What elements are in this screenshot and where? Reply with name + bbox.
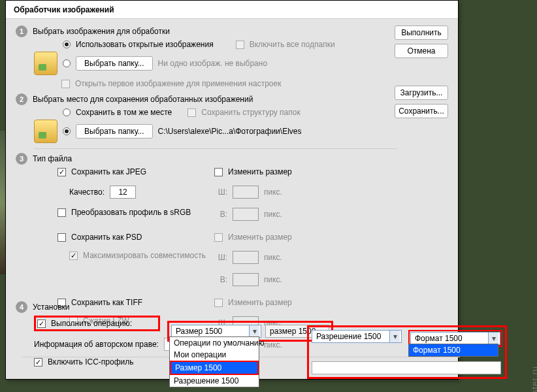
chk-subfolders	[236, 41, 244, 49]
dd-item-default[interactable]: Операции по умолчанию	[170, 337, 259, 349]
ext-dropdown-2[interactable]: Формат 1500▾	[410, 332, 500, 345]
chk-maxcompat	[69, 252, 78, 260]
jpeg-label: Сохранить как JPEG	[71, 167, 146, 176]
run-button[interactable]: Выполнить	[395, 25, 448, 40]
chk-jpeg[interactable]	[57, 168, 66, 176]
use-open-label: Использовать открытые изображения	[76, 40, 214, 49]
ext-dropdown-2-list[interactable]: Формат 1500	[408, 344, 498, 357]
resize-jpeg-label: Изменить размер	[228, 167, 292, 176]
step-badge-1: 1	[16, 25, 27, 37]
dd-item-size1500[interactable]: Размер 1500	[171, 362, 257, 374]
dd-item-my[interactable]: Мои операции	[170, 349, 259, 361]
action-set-list[interactable]: Операции по умолчанию Мои операции Разме…	[169, 336, 259, 387]
section3-title: Тип файла	[33, 154, 72, 163]
save-path: C:\Users\alexe\Pic...a\Фотографии\Elves	[158, 127, 302, 136]
chk-resize-psd	[214, 233, 223, 242]
chevron-down-icon: ▾	[249, 325, 259, 337]
radio-save-folder[interactable]	[63, 127, 71, 135]
save-button[interactable]: Сохранить...	[395, 104, 448, 118]
chevron-down-icon: ▾	[488, 333, 498, 344]
chevron-down-icon: ▾	[389, 331, 400, 342]
step-badge-2: 2	[16, 93, 27, 105]
chk-srgb[interactable]	[57, 208, 66, 217]
section4-title: Установки	[33, 302, 69, 312]
chk-psd[interactable]	[57, 233, 66, 242]
icc-label: Включить ICC-профиль	[48, 357, 134, 367]
step-badge-3: 3	[16, 153, 27, 165]
action-set-dropdown[interactable]: Размер 1500▾	[171, 325, 261, 338]
chk-run-action[interactable]	[37, 319, 46, 328]
radio-use-open[interactable]	[63, 41, 71, 48]
jpeg-w	[233, 186, 259, 199]
dd-item-res1500[interactable]: Разрешение 1500	[170, 375, 259, 387]
chk-open-first	[61, 80, 70, 88]
pick-folder-button-1[interactable]: Выбрать папку...	[76, 56, 153, 71]
maxcompat-label: Максимизировать совместимость	[83, 251, 206, 260]
title-bar: Обработчик изображений	[6, 1, 458, 19]
chk-icc[interactable]	[34, 358, 42, 367]
none-selected-label: Ни одно изображ. не выбрано	[158, 59, 268, 68]
quality-input[interactable]	[110, 186, 136, 199]
pick-folder-button-2[interactable]: Выбрать папку...	[76, 124, 153, 139]
subfolders-label: Включить все подпапки	[250, 40, 335, 49]
quality-label: Качество:	[69, 188, 105, 197]
section1-title: Выбрать изображения для обработки	[33, 27, 170, 36]
section2-title: Выбрать место для сохранения обработанны…	[33, 95, 253, 104]
dialog-title: Обработчик изображений	[14, 5, 114, 14]
resize-psd-label: Изменить размер	[228, 233, 292, 242]
open-first-label: Открыть первое изображение для применени…	[75, 79, 281, 88]
jpeg-h	[233, 208, 259, 221]
folder-icon-2	[34, 120, 57, 143]
srgb-label: Преобразовать профиль в sRGB	[71, 208, 191, 217]
chk-keep-structure	[187, 108, 196, 117]
step-badge-4: 4	[16, 301, 27, 313]
highlight-run-action: Выполнить операцию:	[34, 316, 160, 331]
ext-dropdown-1[interactable]: Разрешение 1500▾	[312, 330, 402, 343]
psd-w	[233, 251, 259, 264]
watermark: red-ray.livemaster.ru	[530, 366, 537, 392]
psd-h	[233, 273, 259, 286]
cancel-button[interactable]: Отмена	[395, 44, 448, 58]
keep-structure-label: Сохранить структуру папок	[201, 108, 300, 117]
radio-same-place[interactable]	[63, 108, 71, 116]
dd-item-format1500[interactable]: Формат 1500	[409, 344, 498, 356]
ext-text-input[interactable]	[312, 361, 501, 374]
chk-resize-jpeg[interactable]	[214, 168, 223, 176]
psd-label: Сохранить как PSD	[71, 233, 142, 242]
load-button[interactable]: Загрузить...	[395, 86, 448, 100]
copyright-label: Информация об авторском праве:	[34, 340, 159, 349]
same-place-label: Сохранить в том же месте	[76, 108, 172, 117]
run-action-label: Выполнить операцию:	[51, 319, 132, 328]
radio-pick-folder[interactable]	[63, 59, 71, 67]
folder-icon	[34, 52, 57, 75]
